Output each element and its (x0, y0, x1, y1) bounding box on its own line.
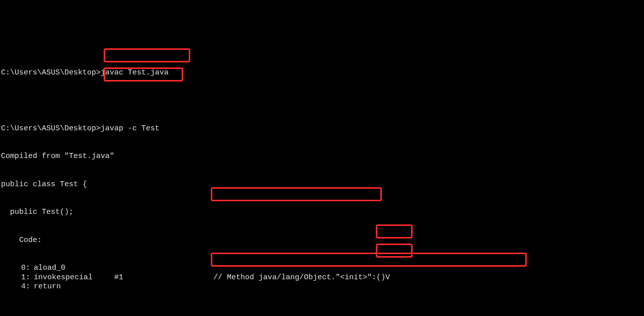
operand (114, 264, 213, 273)
prompt-line-1: C:\Users\ASUS\Desktop>javac Test.java (1, 68, 644, 78)
opcode: return (30, 282, 114, 292)
operand (114, 282, 213, 292)
bytecode-line: 4:return (1, 282, 644, 292)
highlight-javac (104, 48, 190, 62)
code-label: Code: (1, 236, 644, 246)
prompt: C:\Users\ASUS\Desktop> (1, 124, 101, 134)
highlight-append-2 (376, 244, 413, 258)
blank (1, 96, 644, 106)
pc: 4: (1, 282, 30, 292)
blank (1, 310, 644, 317)
opcode: invokespecial (30, 273, 114, 283)
prompt: C:\Users\ASUS\Desktop> (1, 68, 101, 78)
class-decl: public class Test { (1, 180, 644, 190)
cmd-javac: javac Test.java (101, 68, 169, 78)
pc: 0: (1, 264, 30, 273)
terminal[interactable]: C:\Users\ASUS\Desktop>javac Test.java C:… (0, 47, 644, 317)
ctor-bytecode: 0:aload_01:invokespecial#1// Method java… (1, 264, 644, 292)
highlight-new-sb (211, 187, 382, 201)
comment: // Method java/lang/Object."<init>":()V (213, 273, 390, 283)
prompt-line-2: C:\Users\ASUS\Desktop>javap -c Test (1, 124, 644, 134)
operand: #1 (114, 273, 213, 283)
cmd-javap: javap -c Test (101, 124, 159, 134)
pc: 1: (1, 273, 30, 283)
bytecode-line: 0:aload_0 (1, 264, 644, 273)
bytecode-line: 1:invokespecial#1// Method java/lang/Obj… (1, 273, 644, 283)
ctor-sig: public Test(); (1, 208, 644, 217)
compiled-from: Compiled from "Test.java" (1, 152, 644, 162)
opcode: aload_0 (30, 264, 114, 273)
